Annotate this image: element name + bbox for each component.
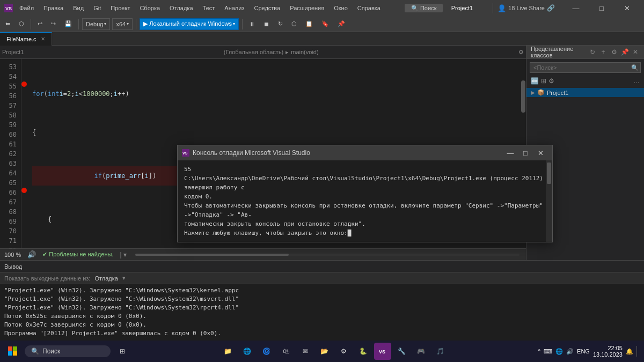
- menu-git[interactable]: Git: [89, 4, 105, 12]
- line-numbers: 5354555657585960616263646566676869707172…: [0, 59, 21, 248]
- menu-project[interactable]: Проект: [106, 4, 134, 12]
- maximize-button[interactable]: □: [589, 0, 614, 16]
- dialog-scrollbar-thumb[interactable]: [547, 162, 551, 184]
- taskbar-search[interactable]: 🔍 Поиск: [25, 345, 111, 357]
- taskbar-explorer[interactable]: 📁: [219, 343, 237, 360]
- taskbar-edge[interactable]: 🌀: [258, 343, 275, 360]
- toolbar-tool-1[interactable]: ⏸: [246, 18, 258, 30]
- problems-dropdown[interactable]: | ▾: [120, 251, 126, 258]
- title-search[interactable]: 🔍 Поиск: [405, 4, 443, 12]
- navigate-forward-button[interactable]: ⬡: [16, 18, 27, 30]
- tree-item-project1[interactable]: ▶ 📦 Project1: [526, 88, 644, 97]
- toolbar-tool-4[interactable]: ⬡: [288, 18, 300, 30]
- class-tree: ▶ 📦 Project1: [526, 86, 644, 97]
- minimize-button[interactable]: —: [564, 0, 588, 16]
- breadcrumb-fn[interactable]: main(void): [291, 49, 318, 55]
- menu-extensions[interactable]: Расширения: [286, 4, 328, 12]
- run-dropdown[interactable]: ▶ Локальный отладчик Windows ▾: [140, 18, 239, 30]
- toolbar-tool-2[interactable]: ⏹: [260, 18, 273, 30]
- cv-dots-icon[interactable]: …: [633, 77, 640, 85]
- panel-add-icon[interactable]: +: [599, 48, 608, 56]
- menu-bar[interactable]: Файл Правка Вид Git Проект Сборка Отладк…: [15, 4, 385, 12]
- scrollbar-thumb[interactable]: [521, 80, 525, 113]
- title-center: 🔍 Поиск Project1: [405, 5, 473, 12]
- dialog-scrollbar[interactable]: [546, 160, 552, 242]
- taskbar-notifications[interactable]: 🔔: [626, 348, 633, 355]
- cv-expand-icon[interactable]: ⚙: [548, 77, 554, 85]
- title-right: 👤 18 Live Share 🔗 — □ ✕: [493, 0, 640, 16]
- taskbar-widgets[interactable]: ⊞: [114, 343, 131, 360]
- menu-edit[interactable]: Правка: [39, 4, 68, 12]
- taskbar-store[interactable]: 🛍: [277, 343, 295, 360]
- toolbar-tool-6[interactable]: 🔖: [318, 18, 332, 30]
- taskbar-folder[interactable]: 📂: [316, 343, 333, 360]
- taskbar-center: 📁 🌐 🌀 🛍 ✉ 📂 ⚙ 🐍 VS 🔧 🎮 🎵: [219, 343, 449, 360]
- toolbar-tool-3[interactable]: ↻: [275, 18, 286, 30]
- zoom-level[interactable]: 100 %: [4, 252, 21, 258]
- gear-icon[interactable]: ⚙: [518, 49, 524, 56]
- svg-rect-4: [8, 351, 12, 356]
- live-share-button[interactable]: 👤 18 Live Share 🔗: [493, 3, 559, 13]
- title-bar-left: VS Файл Правка Вид Git Проект Сборка Отл…: [4, 4, 385, 12]
- menu-build[interactable]: Сборка: [135, 4, 164, 12]
- taskbar-show-hidden[interactable]: ^: [538, 348, 540, 354]
- toolbar-tool-5[interactable]: 📋: [302, 18, 316, 30]
- live-share-person-icon: 🔗: [547, 4, 555, 12]
- output-line-3: "Project1.exe" (Win32). Загружено "C:\Wi…: [4, 304, 640, 312]
- output-source-dropdown[interactable]: Отладка: [94, 275, 118, 282]
- class-search-input[interactable]: [530, 62, 641, 73]
- tab-filename[interactable]: FileName.c ✕: [0, 32, 52, 46]
- taskbar-python[interactable]: 🐍: [355, 343, 372, 360]
- svg-text:VS: VS: [379, 349, 385, 354]
- dialog-close-button[interactable]: ✕: [533, 145, 548, 160]
- taskbar-chrome[interactable]: 🌐: [239, 343, 256, 360]
- debug-config-label: Debug: [86, 21, 103, 27]
- taskbar-network-icon[interactable]: 🌐: [555, 348, 563, 355]
- taskbar-show-desktop[interactable]: [636, 346, 640, 357]
- undo-button[interactable]: ↩: [34, 18, 46, 30]
- menu-tools[interactable]: Средства: [250, 4, 284, 12]
- taskbar-app3[interactable]: 🎵: [432, 343, 449, 360]
- class-search-box: 🔍: [530, 62, 641, 73]
- navigate-back-button[interactable]: ⬅: [2, 18, 13, 30]
- panel-sync-icon[interactable]: ↻: [588, 48, 597, 56]
- dialog-minimize-button[interactable]: —: [503, 145, 518, 160]
- menu-test[interactable]: Тест: [199, 4, 219, 12]
- taskbar-clock[interactable]: 22:05 13.10.2023: [593, 345, 623, 358]
- panel-close-icon[interactable]: ✕: [631, 48, 640, 56]
- taskbar-mail[interactable]: ✉: [297, 343, 314, 360]
- redo-button[interactable]: ↪: [48, 18, 59, 30]
- start-button[interactable]: [4, 343, 21, 360]
- output-source-arrow[interactable]: ▾: [122, 275, 126, 282]
- panel-pin-icon[interactable]: 📌: [620, 48, 629, 56]
- platform-dropdown[interactable]: x64 ▾: [112, 18, 133, 30]
- cv-sort-icon[interactable]: 🔤: [531, 77, 539, 85]
- taskbar-app1[interactable]: 🔧: [393, 343, 411, 360]
- taskbar-volume-icon[interactable]: 🔊: [566, 348, 574, 355]
- panel-header: Представление классов ↻ + ⚙ 📌 ✕: [526, 46, 644, 59]
- dialog-maximize-button[interactable]: □: [518, 145, 533, 160]
- save-button[interactable]: 💾: [61, 18, 75, 30]
- problems-none[interactable]: ✔ Проблемы не найдены.: [42, 251, 113, 258]
- cv-filter-icon[interactable]: ⊞: [541, 77, 546, 85]
- tab-close-button[interactable]: ✕: [41, 36, 45, 42]
- taskbar-settings[interactable]: ⚙: [335, 343, 353, 360]
- taskbar-lang[interactable]: ENG: [577, 348, 590, 354]
- menu-analyze[interactable]: Анализ: [220, 4, 248, 12]
- breadcrumb-scope[interactable]: (Глобальная область): [224, 49, 284, 55]
- breadcrumb-project[interactable]: Project1: [2, 49, 24, 55]
- panel-settings-icon[interactable]: ⚙: [610, 48, 618, 56]
- menu-window[interactable]: Окно: [330, 4, 352, 12]
- menu-file[interactable]: Файл: [15, 4, 38, 12]
- menu-view[interactable]: Вид: [69, 4, 88, 12]
- taskbar-app2[interactable]: 🎮: [413, 343, 430, 360]
- close-button[interactable]: ✕: [615, 0, 640, 16]
- menu-help[interactable]: Справка: [353, 4, 385, 12]
- menu-debug[interactable]: Отладка: [165, 4, 197, 12]
- project-icon: 📦: [537, 89, 545, 96]
- toolbar-tool-7[interactable]: 📌: [334, 18, 348, 30]
- dialog-line-6: Нажмите любую клавишу, чтобы закрыть это…: [184, 228, 546, 238]
- class-view-toolbar: 🔤 ⊞ ⚙ …: [526, 76, 644, 86]
- debug-config-dropdown[interactable]: Debug ▾: [82, 18, 110, 30]
- taskbar-vs-icon[interactable]: VS: [374, 343, 391, 360]
